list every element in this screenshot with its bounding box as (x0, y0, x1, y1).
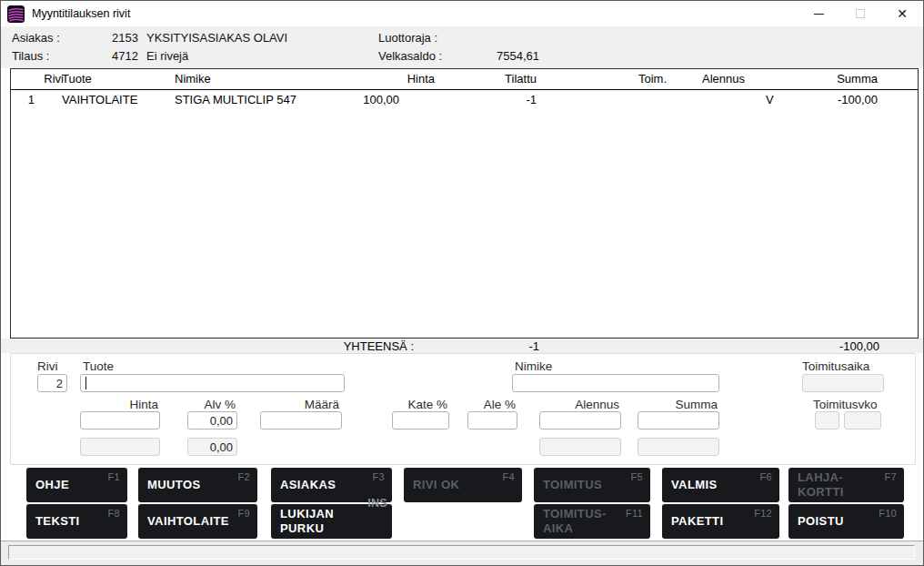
teksti-button[interactable]: TEKSTIF8 (26, 504, 127, 539)
tuote-field-wrap (80, 374, 345, 392)
hinta-field-2 (80, 438, 160, 456)
hinta-label: Hinta (95, 398, 158, 411)
credit-limit-label: Luottoraja : (378, 31, 437, 45)
rivi-field[interactable] (37, 374, 67, 392)
order-lines-table: Rivi Tuote Nimike Hinta Tilattu Toim. Al… (10, 68, 919, 339)
f10-key-label: F10 (879, 508, 897, 519)
minimize-icon (814, 14, 824, 15)
f3-key-label: F3 (373, 471, 385, 482)
ale-label: Ale % (452, 398, 516, 411)
vaihtolaite-button[interactable]: VAIHTOLAITEF9 (138, 504, 257, 539)
col-hinta: Hinta (344, 72, 435, 86)
text-caret (85, 377, 86, 389)
nimike-label: Nimike (515, 359, 552, 373)
f6-key-label: F6 (760, 471, 772, 482)
total-tilattu: -1 (448, 339, 539, 353)
kate-label: Kate % (384, 398, 447, 411)
toimitusaika-field (802, 374, 884, 392)
maximize-icon (856, 9, 865, 18)
alennus-field[interactable] (539, 411, 621, 430)
toimitusaika-label: Toimitusaika (802, 359, 869, 373)
table-header-row: Rivi Tuote Nimike Hinta Tilattu Toim. Al… (11, 69, 918, 90)
window-title: Myyntitilauksen rivit (32, 7, 130, 20)
col-alennus: Alennus (702, 72, 745, 86)
toimitusaika-button[interactable]: TOIMITUS- AIKAF11 (534, 504, 650, 539)
sales-order-lines-window: Myyntitilauksen rivit ✕ Asiakas : 2153 Y… (0, 0, 924, 566)
customer-label: Asiakas : (12, 31, 60, 45)
order-label: Tilaus : (12, 49, 49, 63)
tuote-field[interactable] (80, 374, 345, 392)
muutos-button[interactable]: MUUTOSF2 (138, 468, 257, 502)
order-info: Ei rivejä (146, 49, 188, 63)
alv-label: Alv % (172, 398, 236, 411)
summa-label: Summa (654, 398, 718, 411)
debt-label: Velkasaldo : (378, 49, 442, 63)
status-message-box (8, 545, 915, 560)
ohje-button[interactable]: OHJEF1 (26, 468, 127, 502)
col-tuote: Tuote (62, 72, 92, 86)
rivi-label: Rivi (37, 359, 58, 373)
col-toim: Toim. (638, 72, 667, 86)
alennus-label: Alennus (556, 398, 619, 411)
order-header: Asiakas : 2153 YKSITYISASIAKAS OLAVI Luo… (1, 26, 923, 68)
cell-hinta: 100,00 (308, 93, 399, 106)
summa-field-2 (638, 438, 719, 456)
total-label: YHTEENSÄ : (323, 339, 414, 353)
cell-flag: V (766, 93, 774, 106)
f5-key-label: F5 (631, 471, 643, 482)
customer-number: 2153 (55, 31, 138, 45)
f2-key-label: F2 (238, 471, 250, 482)
rivi-ok-button[interactable]: RIVI OKF4 (404, 468, 522, 502)
col-summa: Summa (787, 72, 878, 86)
col-rivi: Rivi (11, 72, 64, 86)
cell-rivi: 1 (11, 93, 35, 106)
minimize-button[interactable] (798, 1, 839, 26)
summa-field[interactable] (638, 411, 719, 430)
cell-tilattu: -1 (446, 93, 537, 106)
toimitus-button[interactable]: TOIMITUSF5 (534, 468, 650, 502)
kate-field[interactable] (392, 411, 449, 430)
valmis-button[interactable]: VALMISF6 (662, 468, 779, 502)
hinta-field[interactable] (80, 411, 160, 430)
window-controls: ✕ (798, 1, 923, 26)
f9-key-label: F9 (238, 508, 250, 519)
poistu-button[interactable]: POISTUF10 (788, 504, 904, 539)
maximize-button[interactable] (839, 1, 881, 26)
alennus-field-2 (539, 438, 621, 456)
order-number: 4712 (55, 49, 138, 63)
paketti-button[interactable]: PAKETTIF12 (662, 504, 779, 539)
ale-field[interactable] (467, 411, 517, 430)
f11-key-label: F11 (626, 508, 643, 519)
f8-key-label: F8 (108, 508, 120, 519)
col-nimike: Nimike (175, 72, 211, 86)
nimike-field[interactable] (512, 374, 719, 392)
total-summa: -100,00 (788, 339, 879, 353)
titlebar: Myyntitilauksen rivit ✕ (1, 1, 923, 26)
app-logo-icon (7, 5, 25, 23)
tuote-label: Tuote (83, 359, 114, 373)
maara-field[interactable] (260, 411, 342, 430)
ins-key-label: INS (367, 497, 387, 510)
f4-key-label: F4 (503, 471, 515, 482)
toimitusvko-label: Toimitusvko (813, 398, 878, 411)
f12-key-label: F12 (754, 508, 772, 519)
lukijan-purku-button[interactable]: LUKIJAN PURKUINS (271, 504, 392, 539)
totals-bar: YHTEENSÄ : -1 -100,00 (1, 339, 923, 353)
f1-key-label: F1 (108, 471, 120, 482)
debt-value: 7554,61 (456, 49, 539, 63)
alv-field[interactable] (187, 411, 237, 430)
cell-tuote: VAIHTOLAITE (62, 93, 137, 106)
close-button[interactable]: ✕ (881, 1, 923, 26)
f7-key-label: F7 (885, 471, 897, 482)
alv-field-2 (187, 438, 237, 456)
toimitusvko-field-1 (815, 411, 839, 430)
maara-label: Määrä (276, 398, 339, 411)
lahjakortti-button[interactable]: LAHJA- KORTTIF7 (788, 468, 904, 502)
table-row[interactable]: 1 VAIHTOLAITE STIGA MULTICLIP 547 100,00… (11, 93, 918, 107)
cell-nimike: STIGA MULTICLIP 547 (175, 93, 296, 106)
cell-summa: -100,00 (787, 93, 878, 106)
status-bar (1, 541, 923, 565)
toimitusvko-field-2 (844, 411, 881, 430)
customer-name: YKSITYISASIAKAS OLAVI (146, 31, 287, 45)
col-tilattu: Tilattu (446, 72, 537, 86)
